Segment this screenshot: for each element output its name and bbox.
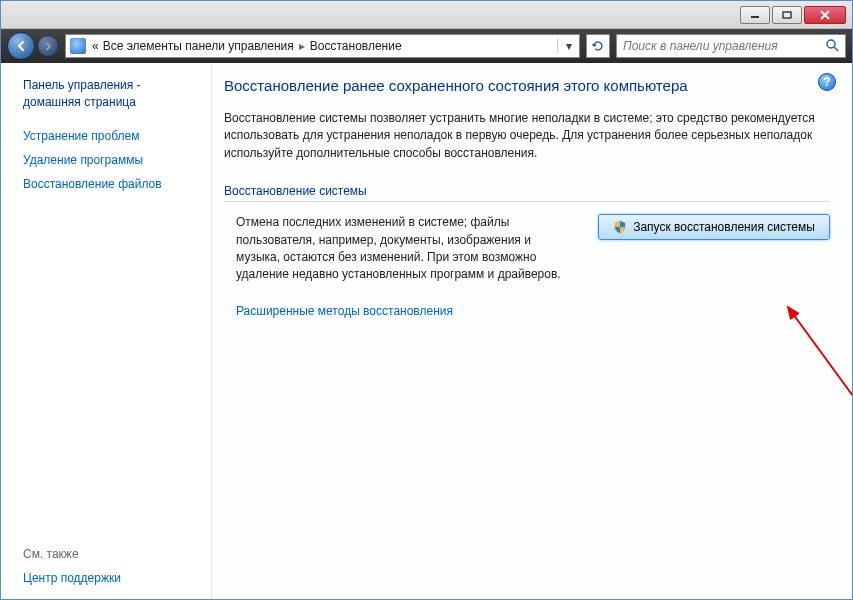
search-input[interactable]	[623, 39, 825, 53]
svg-rect-1	[783, 12, 791, 18]
see-also-label: См. также	[23, 547, 121, 561]
sidebar-link-uninstall[interactable]: Удаление программы	[23, 153, 201, 167]
address-bar: « Все элементы панели управления ▸ Восст…	[1, 29, 852, 63]
window-titlebar	[1, 1, 852, 29]
button-label: Запуск восстановления системы	[633, 220, 815, 234]
breadcrumb-item-1[interactable]: Все элементы панели управления	[103, 39, 294, 53]
close-button[interactable]	[804, 6, 846, 24]
svg-line-3	[834, 47, 838, 51]
page-description: Восстановление системы позволяет устрани…	[224, 110, 830, 162]
maximize-button[interactable]	[772, 6, 802, 24]
back-button[interactable]	[7, 32, 35, 60]
breadcrumb-sep-1: ▸	[294, 39, 310, 53]
start-system-restore-button[interactable]: Запуск восстановления системы	[598, 214, 830, 240]
advanced-recovery-link[interactable]: Расширенные методы восстановления	[224, 304, 830, 318]
section-title: Восстановление системы	[224, 184, 830, 202]
see-also-action-center[interactable]: Центр поддержки	[23, 571, 121, 585]
breadcrumb-prefix: «	[92, 39, 99, 53]
breadcrumb[interactable]: « Все элементы панели управления ▸ Восст…	[65, 34, 580, 58]
sidebar: Панель управления - домашняя страница Ус…	[1, 63, 211, 599]
refresh-button[interactable]	[586, 34, 610, 58]
svg-point-2	[827, 40, 835, 48]
svg-line-4	[788, 307, 853, 463]
minimize-button[interactable]	[740, 6, 770, 24]
sidebar-link-troubleshoot[interactable]: Устранение проблем	[23, 129, 201, 143]
section-row: Отмена последних изменений в системе; фа…	[224, 214, 830, 284]
breadcrumb-dropdown[interactable]: ▾	[557, 39, 575, 53]
nav-buttons	[7, 32, 59, 60]
breadcrumb-item-2[interactable]: Восстановление	[310, 39, 402, 53]
shield-icon	[613, 220, 627, 234]
control-panel-icon	[70, 38, 86, 54]
search-box[interactable]	[616, 34, 846, 58]
sidebar-link-restore-files[interactable]: Восстановление файлов	[23, 177, 201, 191]
main-panel: ? Восстановление ранее сохраненного сост…	[211, 63, 852, 599]
search-icon[interactable]	[825, 38, 839, 55]
sidebar-home-link[interactable]: Панель управления - домашняя страница	[23, 77, 201, 111]
page-heading: Восстановление ранее сохраненного состоя…	[224, 77, 830, 94]
content-area: Панель управления - домашняя страница Ус…	[1, 63, 852, 599]
forward-button[interactable]	[37, 35, 59, 57]
section-description: Отмена последних изменений в системе; фа…	[224, 214, 578, 284]
help-icon[interactable]: ?	[818, 73, 836, 91]
annotation-arrow	[762, 293, 853, 473]
see-also-section: См. также Центр поддержки	[23, 547, 121, 585]
